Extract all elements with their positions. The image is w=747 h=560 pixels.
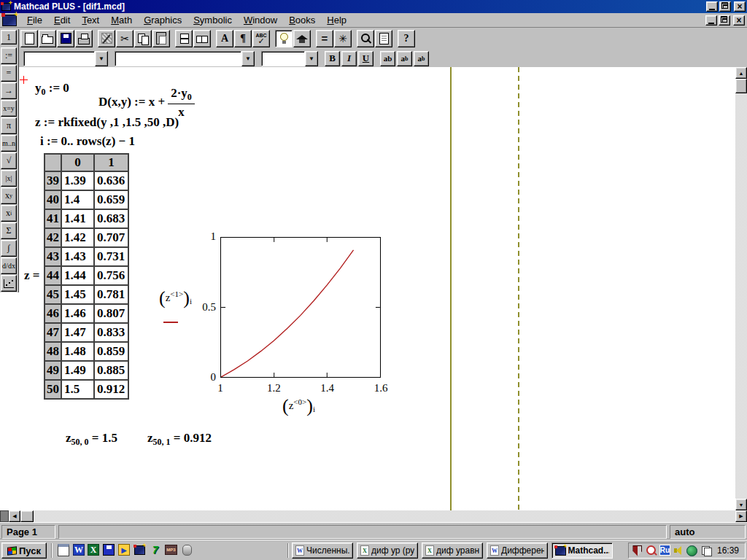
value-cell[interactable]: 0.707 [94,228,128,247]
vertical-scroll-thumb[interactable] [735,79,747,93]
menu-file[interactable]: File [21,13,48,27]
z-output-table[interactable]: 0 1 391.390.636401.40.659411.410.683421.… [44,153,129,400]
minimize-button[interactable] [706,1,718,12]
restore-button[interactable] [719,1,731,12]
style-value[interactable] [23,51,95,66]
plot-palette-palette-button[interactable] [1,275,17,292]
value-cell[interactable]: 0.859 [94,342,128,361]
result-z50-0[interactable]: z50, 0 = 1.5 [66,431,117,448]
print-preview-button[interactable] [375,30,392,47]
open-button[interactable] [39,30,56,47]
taskbar-task-численны-[interactable]: WЧисленны... [292,542,353,559]
close-button[interactable]: × [734,1,746,12]
doc-close-button[interactable]: × [733,15,745,26]
new-button[interactable] [20,30,38,47]
value-cell[interactable]: 1.45 [61,285,94,304]
absolute-palette-button[interactable]: |x| [1,170,17,187]
taskbar-task-дифферен-[interactable]: WДифферен... [487,542,548,559]
scroll-down-icon[interactable]: ▼ [735,499,747,510]
underline-button[interactable]: U [358,51,374,66]
doc-restore-button[interactable] [719,15,730,26]
antivirus-shield-icon[interactable] [632,545,643,556]
expr-rkfixed[interactable]: z := rkfixed(y ,1 ,1.5 ,50 ,D) [35,115,179,130]
expr-y0-definition[interactable]: y0 := 0 [35,81,69,98]
zoom-button[interactable] [357,30,374,47]
style-combobox[interactable]: ▼ [23,51,108,66]
document-icon[interactable] [2,15,17,26]
value-cell[interactable]: 1.39 [61,171,94,190]
bold-button[interactable]: B [325,51,340,66]
value-cell[interactable]: 1.46 [61,304,94,323]
symbolic-button[interactable]: ✳ [334,30,352,47]
value-cell[interactable]: 1.47 [61,323,94,342]
save-button[interactable] [57,30,74,47]
chevron-down-icon[interactable]: ▼ [305,51,318,66]
value-cell[interactable]: 1.49 [61,361,94,380]
horizontal-scrollbar[interactable]: ◀ ▶ [0,510,747,522]
subscript-button[interactable]: ab [397,51,412,66]
size-combobox[interactable]: ▼ [261,51,318,66]
scroll-right-icon[interactable]: ▶ [735,510,747,522]
value-cell[interactable]: 0.756 [94,266,128,285]
menu-help[interactable]: Help [321,13,352,27]
app-icon[interactable] [1,3,11,11]
value-cell[interactable]: 0.683 [94,209,128,228]
media-player-icon[interactable]: ▶ [118,544,130,556]
taskbar-task-диф-ур-ру-[interactable]: Xдиф ур (ру... [357,542,418,559]
find-clock-icon[interactable] [646,545,657,556]
help-button[interactable]: ? [398,30,415,47]
numeric-format-palette-button[interactable]: 1 [1,30,17,44]
show-desktop-icon[interactable] [57,543,70,556]
value-cell[interactable]: 0.659 [94,190,128,209]
copy-button[interactable] [134,30,152,47]
xy-plot[interactable] [220,237,381,378]
value-cell[interactable]: 1.42 [61,228,94,247]
cut-button[interactable]: ✂ [116,30,133,47]
value-cell[interactable]: 1.4 [61,190,94,209]
lang-ru-icon[interactable]: Ru [659,545,670,556]
value-cell[interactable]: 0.885 [94,361,128,380]
paste-button[interactable] [152,30,170,47]
evaluate-palette-button[interactable]: = [1,65,17,82]
format-painter-button[interactable] [98,30,115,47]
value-cell[interactable]: 0.731 [94,247,128,266]
font-value[interactable] [115,51,241,66]
value-cell[interactable]: 0.781 [94,285,128,304]
taskbar-task-диф-уравн-[interactable]: Xдиф уравн... [422,542,483,559]
menu-window[interactable]: Window [238,13,283,27]
menu-graphics[interactable]: Graphics [138,13,187,27]
tutorial-button[interactable] [293,30,311,47]
value-cell[interactable]: 0.807 [94,304,128,323]
scroll-up-icon[interactable]: ▲ [735,67,747,79]
font-combobox[interactable]: ▼ [115,51,255,66]
power-palette-button[interactable]: xy [1,187,17,204]
smart-tip-button[interactable] [275,30,293,47]
value-cell[interactable]: 0.912 [94,380,128,399]
value-cell[interactable]: 0.636 [94,171,128,190]
italic-button[interactable]: I [341,51,357,66]
scroll-left-icon[interactable]: ◀ [9,510,20,522]
menu-books[interactable]: Books [283,13,321,27]
mp3-icon[interactable]: MP3 [165,545,177,555]
arrow-palette-button[interactable]: → [1,82,17,99]
network-globe-icon[interactable] [686,545,698,556]
subscript-palette-button[interactable]: xi [1,205,17,222]
backup-icon[interactable] [102,543,115,556]
chevron-down-icon[interactable]: ▼ [241,51,255,66]
clock[interactable]: 16:39 [717,545,739,556]
vanilla-text-button[interactable]: ab [380,51,395,66]
integral-palette-button[interactable]: ∫ [1,240,17,257]
word-icon[interactable]: W [73,544,85,556]
value-cell[interactable]: 1.48 [61,342,94,361]
menu-text[interactable]: Text [76,13,105,27]
menu-symbolic[interactable]: Symbolic [187,13,238,27]
assign-palette-button[interactable]: := [1,47,17,64]
view-regions-button[interactable] [193,30,211,47]
range-palette-button[interactable]: m..n [1,135,17,152]
boolean-palette-button[interactable]: x=y [1,100,17,117]
calculate-button[interactable]: = [316,30,333,47]
value-cell[interactable]: 0.833 [94,323,128,342]
superscript-button[interactable]: ab [414,51,429,66]
doc-minimize-button[interactable] [705,15,717,26]
summation-palette-button[interactable]: Σ [1,222,17,239]
